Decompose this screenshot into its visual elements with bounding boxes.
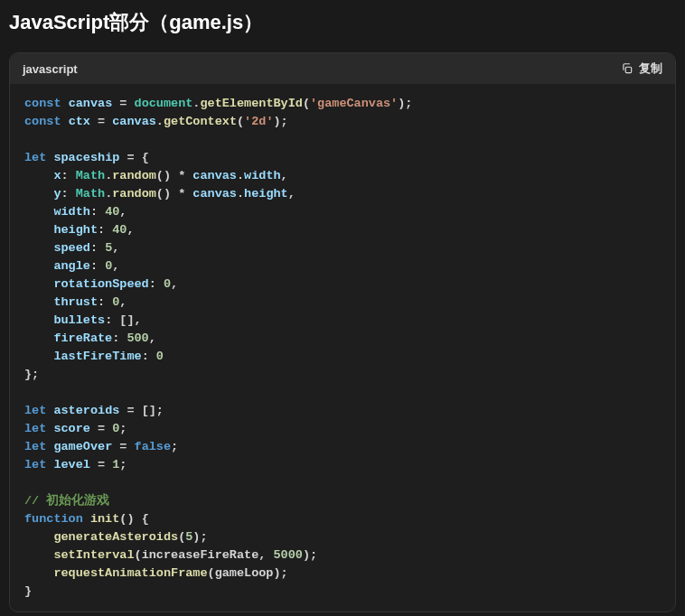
code-content: const canvas = document.getElementById('… bbox=[10, 84, 675, 611]
copy-label: 复制 bbox=[639, 61, 662, 77]
code-toolbar: javascript 复制 bbox=[10, 53, 675, 84]
section-heading: JavaScript部分（game.js） bbox=[0, 0, 685, 45]
copy-icon bbox=[621, 62, 633, 75]
copy-button[interactable]: 复制 bbox=[621, 61, 662, 77]
svg-rect-0 bbox=[625, 67, 631, 72]
code-block: javascript 复制 const canvas = document.ge… bbox=[9, 52, 676, 612]
code-language-label: javascript bbox=[23, 62, 78, 76]
